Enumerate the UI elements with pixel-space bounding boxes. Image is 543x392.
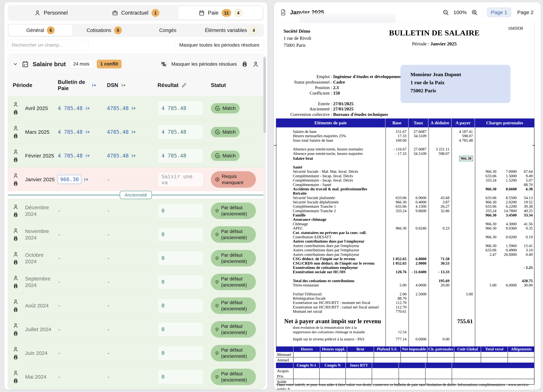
chevron-down-icon[interactable] xyxy=(13,62,18,67)
bulletin-value-input[interactable]: 966.30 xyxy=(58,175,81,184)
dsn-value-link[interactable]: 4785.48 xyxy=(107,129,129,135)
subtab-conges[interactable]: Congés xyxy=(136,24,200,36)
anciennete-pill: Ancienneté xyxy=(120,191,152,199)
status-badge: Par défaut (ancienneté) xyxy=(211,345,256,361)
employee-address-box: Monsieur Jean Dupont 1 rue de la Paix 75… xyxy=(401,65,510,103)
payslip-row: Forfait Télétravail2.002.50005.00 xyxy=(276,292,534,296)
zoom-out-icon[interactable] xyxy=(442,9,449,16)
summary-cell: Pris xyxy=(276,374,293,379)
payslip-row: APEC966.300.02400.23966.300.03600.35 xyxy=(276,226,534,230)
resultat-input[interactable]: Saisir une va xyxy=(158,172,204,187)
payslip-row: CSG déduct. de l'impôt sur le revenu1 05… xyxy=(276,257,534,261)
bulletin-empty: - xyxy=(58,303,61,309)
summary-cell xyxy=(399,368,425,374)
resultat-cell: 0 xyxy=(158,370,211,384)
company-block: Société Démo 1 rue de Rivoli 75001 Paris xyxy=(283,28,311,49)
subtab-general[interactable]: Général 6 xyxy=(9,24,73,36)
step-arrow-icon[interactable] xyxy=(84,177,89,182)
bulletin-value-link[interactable]: 4 785.48 xyxy=(58,129,83,135)
statut-cell: Requis manquant xyxy=(211,171,259,188)
dsn-cell: - xyxy=(107,350,158,356)
resultat-input[interactable]: 0 xyxy=(158,346,204,360)
person-icon xyxy=(34,10,40,16)
bulletin-value-link[interactable]: 4 785.48 xyxy=(58,153,83,159)
main-tabs: Personnel Contractuel 1 Paie 11 4 xyxy=(8,5,264,21)
subtab-elements-variables[interactable]: Éléments variables 4 xyxy=(200,24,263,36)
step-arrow-icon[interactable] xyxy=(91,83,97,88)
dsn-empty: - xyxy=(107,208,110,214)
pencil-icon[interactable] xyxy=(181,83,187,88)
payslip-row: Sécurité Sociale plafonnée633.066.900043… xyxy=(276,196,534,200)
resultat-input[interactable]: 4 785.48 xyxy=(158,125,204,139)
dsn-value-link[interactable]: 4785.48 xyxy=(107,153,129,159)
receipt-icon[interactable] xyxy=(241,61,248,67)
period-label: Octobre 2024 xyxy=(25,252,58,265)
resultat-input[interactable]: 0 xyxy=(158,251,204,266)
statut-cell: Par défaut (ancienneté) xyxy=(211,203,259,219)
resultat-input[interactable]: 0 xyxy=(158,275,204,289)
resultat-input[interactable]: 0 xyxy=(158,227,204,242)
section-header: Salaire brut 24 mois 1 conflit Masquer l… xyxy=(8,54,264,74)
zoom-in-icon[interactable] xyxy=(471,9,478,16)
period-row: Janvier 2025966.30-Saisir une vaRequis m… xyxy=(8,167,264,191)
payslip-title: BULLETIN DE SALAIRE xyxy=(380,28,488,37)
bulletin-value-link[interactable]: 4 785.48 xyxy=(58,105,83,111)
spacer-row xyxy=(276,287,534,292)
payslip-table-header: Eléments de paieBaseTauxA déduireA payer… xyxy=(276,119,534,127)
step-arrow-icon[interactable] xyxy=(85,153,90,159)
dsn-value-link[interactable]: 4785.48 xyxy=(107,105,129,111)
payslip-row: Salaire brut966.30 xyxy=(276,156,534,161)
summary-cell xyxy=(452,374,534,379)
person-icon xyxy=(13,173,25,178)
fold-mark-left xyxy=(274,145,277,146)
calendar-icon xyxy=(198,10,205,16)
tab-label: Paie xyxy=(208,10,219,16)
resultat-cell: 4 785.48 xyxy=(158,101,211,115)
sub-tabs: Général 6 Cotisations 5 Congés Éléments … xyxy=(8,23,264,37)
subtab-label: Éléments variables xyxy=(205,28,247,33)
bulletin-empty: - xyxy=(58,374,61,380)
resultat-input[interactable]: 4 785.48 xyxy=(158,148,204,163)
search-input[interactable]: Rechercher un champ... xyxy=(8,40,89,50)
tab-personnel[interactable]: Personnel xyxy=(9,6,93,20)
person-icon[interactable] xyxy=(252,61,259,67)
summary-cell xyxy=(454,352,481,358)
page-1-button[interactable]: Page 1 xyxy=(487,7,511,17)
resultat-input[interactable]: 0 xyxy=(158,322,204,337)
resultat-input[interactable]: 4 785.48 xyxy=(158,101,204,115)
resultat-input[interactable]: 0 xyxy=(158,204,204,218)
payslip-row: Autres contributions dues par l'employeu… xyxy=(276,244,534,248)
hide-resolved-label[interactable]: Masquer les périodes résolues xyxy=(171,61,237,67)
step-arrow-icon[interactable] xyxy=(121,83,126,88)
hide-all-resolved-button[interactable]: Masquer toutes les périodes résolues xyxy=(175,40,264,50)
dsn-empty: - xyxy=(107,231,110,238)
step-arrow-icon[interactable] xyxy=(131,153,136,159)
tab-badge: 11 xyxy=(222,9,231,17)
bulletin-empty: - xyxy=(58,231,61,238)
payslip-row: suppression des cotisations chômage et m… xyxy=(276,330,534,334)
eye-off-icon[interactable] xyxy=(160,61,167,67)
tab-label: Personnel xyxy=(44,10,68,16)
tab-paie[interactable]: Paie 11 4 xyxy=(178,6,263,20)
step-arrow-icon[interactable] xyxy=(85,106,90,111)
step-arrow-icon[interactable] xyxy=(131,106,136,111)
summary-cell xyxy=(508,352,534,358)
redacted-blur xyxy=(299,13,396,23)
subtab-cotisations[interactable]: Cotisations 5 xyxy=(73,24,136,36)
statut-cell: Par défaut (ancienneté) xyxy=(211,226,259,243)
statut-cell: Par défaut (ancienneté) xyxy=(211,297,259,314)
step-arrow-icon[interactable] xyxy=(131,129,136,135)
resultat-input[interactable]: 0 xyxy=(158,298,204,313)
scrollbar-thumb[interactable] xyxy=(263,57,266,133)
employee-city: 75002 Paris xyxy=(410,86,510,95)
search-placeholder: Rechercher un champ... xyxy=(12,42,63,48)
page-2-button[interactable]: Page 2 xyxy=(516,7,535,17)
tab-contractuel[interactable]: Contractuel 1 xyxy=(93,6,178,20)
months-pill[interactable]: 24 mois xyxy=(70,60,93,68)
resultat-input[interactable]: 0 xyxy=(158,370,204,384)
payslip-row: Impôt sur le revenu prélevé à la source … xyxy=(276,337,534,341)
step-arrow-icon[interactable] xyxy=(85,129,90,135)
dsn-cell: 4785.48 xyxy=(107,153,158,159)
resultat-cell: 0 xyxy=(158,346,211,360)
resultat-cell: 0 xyxy=(158,227,211,242)
